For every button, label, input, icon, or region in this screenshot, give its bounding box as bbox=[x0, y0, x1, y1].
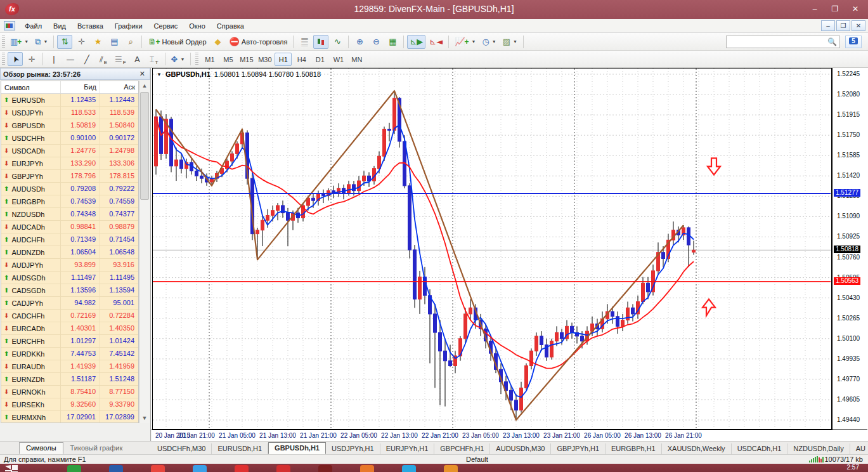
search-input[interactable] bbox=[727, 38, 827, 46]
taskbar-icon-green-app[interactable] bbox=[67, 465, 81, 472]
chart-tab-usdchfh-m30[interactable]: USDCHFh,M30 bbox=[152, 443, 212, 454]
fibonacci-tool[interactable]: ☰F bbox=[112, 52, 129, 66]
quote-row-eurnokh[interactable]: ⬇EURNOKh8.754108.77150 bbox=[1, 386, 138, 398]
data-window-button[interactable]: ✛ bbox=[74, 35, 89, 49]
column-symbol[interactable]: Символ bbox=[1, 81, 61, 93]
timeframe-m5-button[interactable]: M5 bbox=[219, 53, 236, 66]
menu-item-вид[interactable]: Вид bbox=[48, 20, 72, 32]
taskbar-icon-opera[interactable] bbox=[276, 465, 290, 472]
market-watch-button[interactable]: ⇅ bbox=[57, 35, 72, 49]
menu-item-графики[interactable]: Графики bbox=[109, 20, 148, 32]
tester-button[interactable]: ⌕ bbox=[123, 35, 138, 49]
chart-shift-button[interactable]: ⊾◄ bbox=[427, 35, 445, 49]
timeframe-d1-button[interactable]: D1 bbox=[311, 53, 328, 66]
templates-button[interactable]: ▨▼ bbox=[500, 35, 520, 49]
market-watch-close-icon[interactable]: ✕ bbox=[138, 70, 147, 78]
arrows-tool[interactable]: ✥▼ bbox=[169, 52, 188, 66]
chart-tab-usdjpyh-h1[interactable]: USDJPYh,H1 bbox=[326, 443, 380, 454]
quote-row-nzdusdh[interactable]: ⬆NZDUSDh0.743480.74377 bbox=[1, 208, 138, 221]
quote-row-eurusdh[interactable]: ⬆EURUSDh1.124351.12443 bbox=[1, 94, 138, 107]
crosshair-tool[interactable]: ✛ bbox=[24, 52, 39, 66]
dropdown-caret-icon[interactable]: ▼ bbox=[44, 39, 48, 44]
channel-tool[interactable]: ⫽E bbox=[96, 52, 111, 66]
mdi-close-button[interactable]: ✕ bbox=[852, 20, 865, 31]
quote-row-eurcadh[interactable]: ⬇EURCADh1.403011.40350 bbox=[1, 322, 138, 335]
chevron-down-icon[interactable]: ▼ bbox=[157, 72, 162, 77]
menu-item-окно[interactable]: Окно bbox=[183, 20, 211, 32]
timeframe-m15-button[interactable]: M15 bbox=[238, 53, 255, 66]
search-icon[interactable]: 🔍 bbox=[827, 37, 839, 46]
quote-row-eurchfh[interactable]: ⬆EURCHFh1.012971.01424 bbox=[1, 335, 138, 348]
dropdown-caret-icon[interactable]: ▼ bbox=[24, 39, 29, 44]
timeframe-m1-button[interactable]: M1 bbox=[201, 53, 218, 66]
text-tool[interactable]: A bbox=[130, 52, 145, 66]
mail-notification-button[interactable]: 5 bbox=[845, 36, 862, 48]
chart-tab-gbpjpyh-h1[interactable]: GBPJPYh,H1 bbox=[551, 443, 606, 454]
market-watch-tab-tick-chart[interactable]: Тиковый график bbox=[63, 442, 130, 454]
timeframe-m30-button[interactable]: M30 bbox=[256, 53, 273, 66]
timeframe-mn-button[interactable]: MN bbox=[348, 53, 365, 66]
label-tool[interactable]: ⌶T bbox=[146, 52, 162, 66]
menu-item-сервис[interactable]: Сервис bbox=[148, 20, 184, 32]
chart-window[interactable]: ▼ GBPUSDh,H1 1.50801 1.50894 1.50780 1.5… bbox=[152, 68, 868, 441]
timeframe-w1-button[interactable]: W1 bbox=[330, 53, 347, 66]
periods-button[interactable]: ◷▼ bbox=[479, 35, 498, 49]
zoom-in-button[interactable]: ⊕ bbox=[352, 35, 367, 49]
quote-row-audusdh[interactable]: ⬆AUDUSDh0.792080.79222 bbox=[1, 183, 138, 195]
quote-row-cadsgdh[interactable]: ⬆CADSGDh1.135961.13594 bbox=[1, 284, 138, 297]
chart-tab-au[interactable]: AU bbox=[850, 443, 868, 454]
navigator-button[interactable]: ★ bbox=[90, 35, 105, 49]
quote-row-eurdkkh[interactable]: ⬆EURDKKh7.447537.45142 bbox=[1, 348, 138, 360]
chart-tab-gbpusdh-h1[interactable]: GBPUSDh,H1 bbox=[268, 442, 326, 454]
market-watch-tab-symbols[interactable]: Символы bbox=[19, 442, 63, 454]
taskbar-icon-yandex[interactable] bbox=[235, 465, 249, 472]
taskbar-icon-dark-red-app[interactable] bbox=[318, 465, 332, 472]
quote-row-audsgdh[interactable]: ⬆AUDSGDh1.114971.11495 bbox=[1, 272, 138, 284]
taskbar-icon-word[interactable] bbox=[109, 465, 123, 472]
chart-tab-gbpchfh-h1[interactable]: GBPCHFh,H1 bbox=[434, 443, 490, 454]
quote-row-audchfh[interactable]: ⬆AUDCHFh0.713490.71454 bbox=[1, 233, 138, 246]
menu-item-вставка[interactable]: Вставка bbox=[72, 20, 109, 32]
quote-row-usdchfh[interactable]: ⬆USDCHFh0.901000.90172 bbox=[1, 132, 138, 145]
column-ask[interactable]: Аск bbox=[100, 81, 138, 93]
menu-item-справка[interactable]: Справка bbox=[211, 20, 250, 32]
dropdown-caret-icon[interactable]: ▼ bbox=[492, 39, 496, 44]
column-bid[interactable]: Бид bbox=[61, 81, 100, 93]
maximize-button[interactable]: ❐ bbox=[826, 3, 844, 16]
quote-row-gbpjpyh[interactable]: ⬇GBPJPYh178.796178.815 bbox=[1, 170, 138, 183]
chart-tab-eurgbph-h1[interactable]: EURGBPh,H1 bbox=[606, 443, 662, 454]
taskbar-icon-skype[interactable] bbox=[402, 465, 416, 472]
start-button-icon[interactable] bbox=[5, 465, 18, 472]
quote-row-cadjpyh[interactable]: ⬆CADJPYh94.98295.001 bbox=[1, 297, 138, 310]
quote-row-usdjpyh[interactable]: ⬇USDJPYh118.533118.539 bbox=[1, 107, 138, 119]
timeframe-h1-button[interactable]: H1 bbox=[275, 53, 292, 66]
quote-row-eursekh[interactable]: ⬇EURSEKh9.325609.33790 bbox=[1, 398, 138, 411]
quote-row-usdcadh[interactable]: ⬇USDCADh1.247761.24798 bbox=[1, 145, 138, 157]
taskbar-icon-drive[interactable] bbox=[193, 465, 207, 472]
minimize-button[interactable]: – bbox=[806, 3, 824, 16]
dropdown-caret-icon[interactable]: ▼ bbox=[513, 39, 517, 44]
chart-tab-nzdusdh-daily[interactable]: NZDUSDh,Daily bbox=[787, 443, 850, 454]
scroll-up-icon[interactable]: ▲ bbox=[139, 81, 150, 91]
dropdown-caret-icon[interactable]: ▼ bbox=[472, 39, 476, 44]
tile-windows-button[interactable]: ▦ bbox=[385, 35, 400, 49]
quote-row-eurmxnh[interactable]: ⬆EURMXNh17.0290117.02899 bbox=[1, 411, 138, 423]
quote-row-eurgbph[interactable]: ⬆EURGBPh0.745390.74559 bbox=[1, 195, 138, 208]
quote-row-gbpusdh[interactable]: ⬇GBPUSDh1.508191.50840 bbox=[1, 119, 138, 132]
timeframe-h4-button[interactable]: H4 bbox=[293, 53, 310, 66]
taskbar-icon-orange-app[interactable] bbox=[444, 465, 458, 472]
menu-item-файл[interactable]: Файл bbox=[19, 20, 48, 32]
taskbar-icon-chrome[interactable] bbox=[151, 465, 165, 472]
vline-tool[interactable]: | bbox=[46, 52, 62, 66]
metaeditor-button[interactable]: ◆ bbox=[211, 35, 226, 49]
terminal-button[interactable]: ▤ bbox=[107, 35, 122, 49]
dropdown-caret-icon[interactable]: ▼ bbox=[180, 57, 185, 62]
hline-tool[interactable]: — bbox=[63, 52, 78, 66]
taskbar-icon-firefox[interactable] bbox=[360, 465, 374, 472]
quote-row-eurjpyh[interactable]: ⬇EURJPYh133.290133.306 bbox=[1, 157, 138, 170]
scrollbar-thumb[interactable] bbox=[140, 92, 149, 200]
profiles-button[interactable]: ⧉▼ bbox=[32, 35, 50, 49]
mdi-restore-button[interactable]: ❐ bbox=[836, 20, 850, 31]
bar-chart-button[interactable]: 𝄛 bbox=[297, 35, 312, 49]
chart-tab-xauusdh-weekly[interactable]: XAUUSDh,Weekly bbox=[662, 443, 732, 454]
